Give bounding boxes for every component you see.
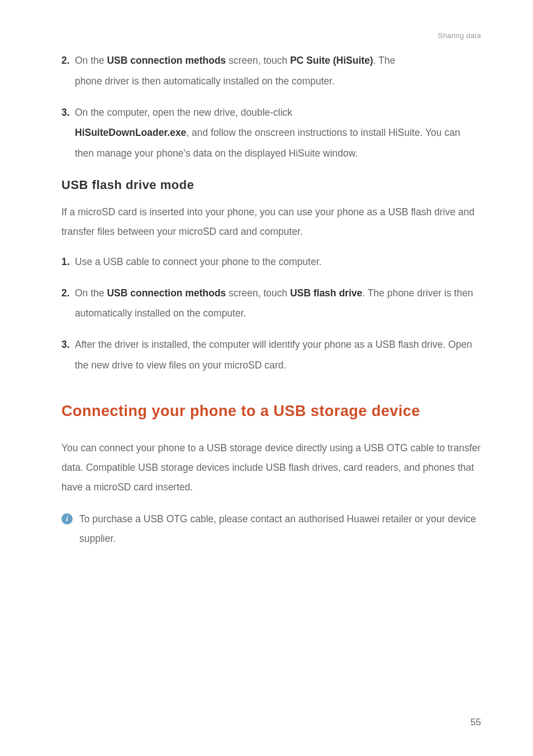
info-callout: i To purchase a USB OTG cable, please co… xyxy=(61,509,481,549)
step-item: 2. On the USB connection methods screen,… xyxy=(61,50,481,92)
step-text: On the USB connection methods screen, to… xyxy=(75,50,481,92)
main-heading-connecting-usb: Connecting your phone to a USB storage d… xyxy=(61,394,481,428)
step-number: 2. xyxy=(61,50,72,92)
body-paragraph: If a microSD card is inserted into your … xyxy=(61,202,481,242)
page-number: 55 xyxy=(470,717,481,728)
info-icon-glyph: i xyxy=(66,514,68,523)
bold-text: USB connection methods xyxy=(107,55,226,66)
step-item: 3. On the computer, open the new drive, … xyxy=(61,102,481,164)
bold-text: USB flash drive xyxy=(290,287,362,299)
step-number: 3. xyxy=(61,102,72,164)
step-item: 1. Use a USB cable to connect your phone… xyxy=(61,252,481,272)
info-icon: i xyxy=(61,513,73,525)
text-fragment: screen, touch xyxy=(226,287,290,299)
text-fragment: screen, touch xyxy=(226,55,290,66)
bold-text: PC Suite (HiSuite) xyxy=(290,55,373,66)
step-number: 1. xyxy=(61,252,72,272)
step-number: 3. xyxy=(61,334,72,376)
info-text: To purchase a USB OTG cable, please cont… xyxy=(79,509,481,549)
text-fragment: On the computer, open the new drive, dou… xyxy=(75,107,292,118)
text-fragment: On the xyxy=(75,287,107,299)
body-paragraph: You can connect your phone to a USB stor… xyxy=(61,438,481,497)
bold-text: HiSuiteDownLoader.exe xyxy=(75,127,186,138)
section-heading-usb-flash: USB flash drive mode xyxy=(61,178,481,192)
step-text: Use a USB cable to connect your phone to… xyxy=(75,252,481,272)
step-number: 2. xyxy=(61,283,72,324)
step-text: On the computer, open the new drive, dou… xyxy=(75,102,481,164)
step-item: 3. After the driver is installed, the co… xyxy=(61,334,481,376)
step-text: On the USB connection methods screen, to… xyxy=(75,283,481,324)
bold-text: USB connection methods xyxy=(107,287,226,299)
text-fragment: phone driver is then automatically insta… xyxy=(75,75,335,87)
text-fragment: . The xyxy=(373,55,396,66)
step-item: 2. On the USB connection methods screen,… xyxy=(61,283,481,324)
page-content: 2. On the USB connection methods screen,… xyxy=(61,50,481,549)
page-header-section: Sharing data xyxy=(438,31,481,40)
step-text: After the driver is installed, the compu… xyxy=(75,334,481,376)
text-fragment: On the xyxy=(75,55,107,66)
